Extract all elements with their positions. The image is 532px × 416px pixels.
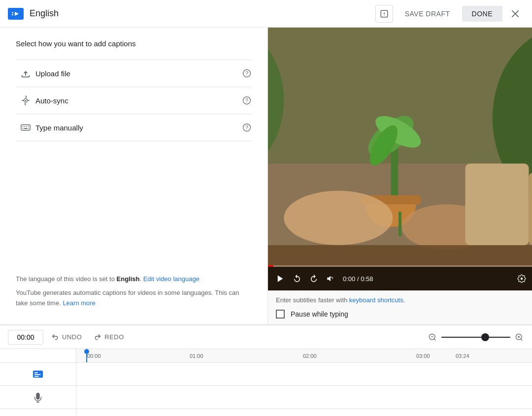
section-title: Select how you want to add captions: [16, 39, 252, 48]
play-button[interactable]: [274, 272, 287, 285]
close-button[interactable]: [506, 5, 524, 23]
auto-sync-help-icon[interactable]: ?: [242, 96, 252, 105]
auto-sync-label: Auto-sync: [35, 96, 242, 105]
svg-point-12: [25, 100, 27, 101]
left-panel: Select how you want to add captions Uplo…: [0, 28, 268, 324]
time-display: 0:00 / 0:58: [343, 275, 373, 283]
edit-video-language-link[interactable]: Edit video language: [143, 275, 200, 283]
right-panel: 0:00 / 0:58 Enter subtitles faster with …: [268, 28, 532, 324]
svg-rect-3: [12, 14, 13, 15]
rewind-button[interactable]: [291, 272, 303, 285]
track-label-spacer: [0, 349, 76, 363]
subtitle-hint: Enter subtitles faster with keyboard sho…: [276, 296, 524, 304]
svg-rect-38: [529, 173, 532, 245]
svg-marker-40: [327, 276, 331, 282]
ruler-mark-2: 02:00: [303, 353, 317, 359]
zoom-in-button[interactable]: [514, 332, 524, 342]
language-note-suffix: .: [139, 275, 143, 283]
svg-text:?: ?: [245, 70, 248, 76]
svg-rect-49: [34, 372, 38, 373]
track-label-audio: [0, 386, 76, 409]
option-type-manually[interactable]: Type manually ?: [16, 114, 252, 141]
time-input[interactable]: [8, 330, 43, 345]
alert-button[interactable]: [375, 5, 393, 23]
svg-rect-37: [466, 163, 529, 245]
language-note: The language of this video is set to Eng…: [16, 274, 252, 285]
option-auto-sync[interactable]: Auto-sync ?: [16, 87, 252, 114]
ruler-mark-end: 03:24: [456, 353, 469, 359]
ruler-mark-1: 01:00: [190, 353, 203, 359]
svg-rect-2: [12, 12, 13, 13]
forward-button[interactable]: [307, 272, 320, 285]
volume-button[interactable]: [324, 272, 337, 285]
learn-more-link[interactable]: Learn more: [63, 299, 95, 307]
svg-line-42: [434, 338, 436, 340]
save-draft-button[interactable]: SAVE DRAFT: [397, 6, 458, 22]
option-list: Upload file ?: [16, 60, 252, 141]
zoom-out-button[interactable]: [428, 332, 437, 342]
pause-while-typing-row[interactable]: Pause while typing: [276, 310, 524, 319]
captions-track-row: [76, 363, 532, 386]
keyboard-shortcuts-link[interactable]: keyboard shortcuts: [349, 296, 403, 304]
timeline-toolbar: UNDO REDO: [0, 325, 532, 349]
footer-text: The language of this video is set to Eng…: [16, 266, 252, 313]
upload-file-help-icon[interactable]: ?: [242, 68, 252, 78]
header-left: English: [8, 8, 375, 20]
auto-sync-icon: [16, 95, 35, 106]
pause-while-typing-label: Pause while typing: [291, 310, 348, 318]
app-logo: [8, 8, 24, 20]
timeline-area: UNDO REDO: [0, 325, 532, 416]
video-frame: [268, 28, 532, 290]
keyboard-icon: [16, 122, 35, 133]
header: English SAVE DRAFT DONE: [0, 0, 532, 28]
zoom-slider[interactable]: [441, 337, 510, 338]
done-button[interactable]: DONE: [462, 6, 502, 22]
video-controls: 0:00 / 0:58: [268, 267, 532, 290]
subtitle-hint-suffix: .: [403, 296, 405, 304]
upload-icon: [16, 68, 35, 79]
language-note-prefix: The language of this video is set to: [16, 275, 117, 283]
main-content: Select how you want to add captions Uplo…: [0, 28, 532, 325]
undo-button[interactable]: UNDO: [47, 330, 86, 344]
redo-label: REDO: [104, 333, 124, 341]
settings-button[interactable]: [517, 274, 526, 283]
svg-point-6: [384, 15, 385, 16]
auto-captions-text: YouTube generates automatic captions for…: [16, 289, 239, 307]
svg-marker-39: [278, 275, 283, 282]
undo-label: UNDO: [62, 333, 82, 341]
svg-line-45: [521, 338, 523, 340]
header-right: SAVE DRAFT DONE: [375, 5, 524, 23]
upload-file-label: Upload file: [35, 69, 242, 78]
ruler-mark-0: 00:00: [87, 353, 101, 359]
svg-rect-51: [34, 376, 39, 377]
option-upload-file[interactable]: Upload file ?: [16, 60, 252, 87]
svg-rect-15: [21, 125, 30, 130]
video-info: Enter subtitles faster with keyboard sho…: [268, 290, 532, 324]
svg-text:?: ?: [245, 97, 248, 103]
pause-while-typing-checkbox[interactable]: [276, 310, 285, 319]
timeline-ruler: 00:00 01:00 02:00 03:00 03:24: [76, 349, 532, 363]
timeline-main: 00:00 01:00 02:00 03:00 03:24: [0, 349, 532, 416]
header-title: English: [30, 8, 59, 19]
track-label-captions: [0, 363, 76, 386]
timeline-playhead[interactable]: [86, 349, 87, 362]
timeline-track-labels: [0, 349, 76, 416]
svg-point-34: [284, 191, 393, 245]
language-bold: English: [117, 275, 140, 283]
svg-rect-50: [34, 374, 41, 375]
video-container: 0:00 / 0:58: [268, 28, 532, 290]
type-manually-help-icon[interactable]: ?: [242, 123, 252, 132]
redo-button[interactable]: REDO: [90, 330, 128, 344]
timeline-tracks: 00:00 01:00 02:00 03:00 03:24: [76, 349, 532, 416]
subtitle-hint-prefix: Enter subtitles faster with: [276, 296, 349, 304]
svg-text:?: ?: [245, 125, 248, 130]
audio-track-row: [76, 386, 532, 409]
type-manually-label: Type manually: [35, 124, 242, 132]
auto-captions-note: YouTube generates automatic captions for…: [16, 288, 252, 309]
zoom-controls: [428, 332, 524, 342]
ruler-mark-3: 03:00: [416, 353, 430, 359]
